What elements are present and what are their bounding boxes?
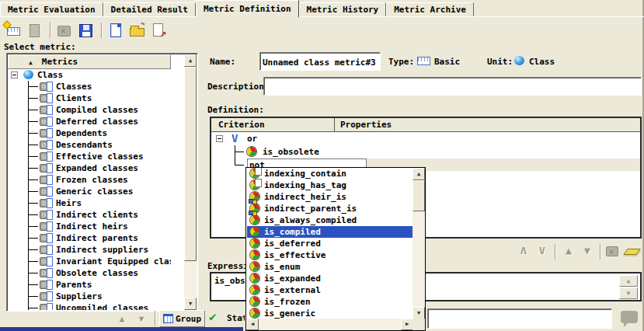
tree-connector — [28, 256, 38, 267]
tree-connector — [28, 279, 38, 291]
comment-bubble-icon — [621, 311, 638, 323]
new-metric-icon[interactable] — [3, 21, 23, 40]
scroll-down-icon[interactable]: ▼ — [413, 307, 425, 319]
criterion-pie-icon — [250, 308, 260, 319]
dropdown-vertical-scrollbar[interactable]: ▲ ▼ — [413, 168, 425, 319]
description-input[interactable] — [264, 78, 641, 95]
tree-connector — [28, 92, 38, 104]
dropdown-item[interactable]: indirect_heir_is — [247, 191, 413, 203]
tree-scrollbar[interactable]: ▲ ▼ — [184, 54, 197, 310]
dropdown-item[interactable]: indexing_has_tag — [247, 179, 413, 191]
group-toggle-button[interactable]: Group — [159, 310, 205, 327]
criterion-pie-icon — [250, 274, 260, 284]
dropdown-item[interactable]: is_enum — [247, 261, 413, 273]
locked-metric-icon — [40, 280, 53, 290]
scrollbar-thumb[interactable] — [413, 180, 425, 211]
tab[interactable]: Detailed Result — [103, 2, 196, 17]
tree-item[interactable]: Effective classes — [8, 151, 171, 162]
tree-item[interactable]: Expanded classes — [8, 162, 171, 174]
tree-column-header[interactable]: ▲Metrics — [8, 54, 171, 69]
tree-root-class[interactable]: Class — [8, 69, 171, 81]
tree-connector — [28, 127, 38, 139]
tree-item[interactable]: Deferred classes — [8, 116, 171, 127]
dropdown-horizontal-scrollbar[interactable]: ◀ ▶ — [246, 319, 413, 330]
locked-metric-icon — [40, 163, 53, 173]
tree-item[interactable]: Generic classes — [8, 186, 171, 197]
tree-item[interactable]: Classes — [8, 81, 171, 92]
delete-metric-icon — [54, 21, 75, 40]
dropdown-item[interactable]: is_effective — [247, 249, 413, 261]
tree-connector — [28, 162, 38, 174]
tree-connector — [28, 302, 38, 310]
type-label: Type: — [388, 57, 414, 67]
locked-metric-icon — [40, 221, 53, 232]
tree-item[interactable]: Frozen classes — [8, 174, 171, 186]
tree-connector — [28, 116, 38, 127]
dropdown-item[interactable]: indexing_contain — [247, 168, 413, 179]
tree-connector — [28, 267, 38, 279]
scrollbar-thumb[interactable] — [184, 67, 197, 261]
tree-connector — [28, 221, 38, 232]
tree-connector — [235, 159, 244, 166]
tree-item[interactable]: Heirs — [8, 197, 171, 209]
expression-scroll-up-icon: ▲ — [619, 275, 638, 287]
tree-item[interactable]: Parents — [8, 279, 171, 291]
tree-item[interactable]: Indirect parents — [8, 232, 171, 244]
logic-and-icon: Λ — [514, 243, 533, 260]
criterion-row-or[interactable]: V or — [211, 132, 640, 145]
criterion-pie-icon — [250, 297, 260, 307]
scroll-right-icon[interactable]: ▶ — [401, 319, 413, 330]
metric-tree-panel: ▲Metrics Class Classes Clients — [6, 53, 198, 312]
expression-label: Expression: — [207, 261, 245, 271]
dropdown-item[interactable]: is_deferred — [247, 238, 413, 249]
tab[interactable]: Metric Definition — [196, 0, 299, 17]
collapse-icon[interactable] — [11, 71, 18, 78]
tree-item[interactable]: Clients — [8, 92, 171, 104]
tree-item[interactable]: Compiled classes — [8, 104, 171, 116]
tab[interactable]: Metric History — [299, 2, 387, 17]
tree-item[interactable]: Obsolete classes — [8, 267, 171, 279]
scroll-up-icon[interactable]: ▲ — [413, 168, 425, 180]
save-metric-icon[interactable] — [76, 21, 96, 40]
criterion-row-is-obsolete[interactable]: is_obsolete — [211, 145, 640, 159]
dropdown-item[interactable]: is_compiled — [247, 226, 413, 238]
tree-item[interactable]: Suppliers — [8, 291, 171, 302]
dropdown-item[interactable]: is_generic — [247, 308, 413, 319]
status-input[interactable] — [428, 309, 611, 328]
tree-item[interactable]: Invariant Equipped classes — [8, 256, 171, 267]
class-unit-icon — [23, 70, 33, 79]
locked-metric-icon — [40, 303, 53, 310]
eraser-icon[interactable] — [623, 243, 642, 260]
tree-connector — [28, 209, 38, 221]
tree-connector — [28, 197, 38, 209]
tree-item[interactable]: Indirect suppliers — [8, 244, 171, 256]
new-metric-file-icon[interactable] — [106, 21, 126, 40]
tree-items: Classes Clients Compiled classes — [8, 81, 171, 310]
dropdown-item[interactable]: is_always_compiled — [247, 214, 413, 226]
dropdown-item[interactable]: is_external — [247, 284, 413, 296]
locked-metric-icon — [40, 105, 53, 115]
tree-item[interactable]: Descendants — [8, 139, 171, 151]
scroll-up-icon[interactable]: ▲ — [184, 54, 197, 67]
export-metric-icon[interactable] — [149, 21, 169, 40]
dropdown-item[interactable]: is_frozen — [247, 296, 413, 308]
tree-item[interactable]: Indirect clients — [8, 209, 171, 221]
scroll-left-icon[interactable]: ◀ — [246, 319, 259, 330]
tab[interactable]: Metric Archive — [386, 2, 474, 17]
collapse-icon[interactable] — [216, 135, 223, 142]
dropdown-item[interactable]: is_expanded — [247, 273, 413, 284]
tree-item[interactable]: Uncompiled classes — [8, 302, 171, 310]
scroll-down-icon[interactable]: ▼ — [184, 298, 197, 310]
properties-column-header[interactable]: Properties — [340, 120, 392, 130]
criterion-column-header[interactable]: Criterion — [218, 120, 265, 130]
tree-item[interactable]: Dependents — [8, 127, 171, 139]
criterion-pie-icon — [250, 250, 260, 260]
tab[interactable]: Metric Evaluation — [0, 2, 103, 17]
open-metric-file-icon[interactable] — [127, 21, 148, 40]
metric-name-input[interactable] — [260, 53, 380, 70]
basic-type-icon — [417, 56, 433, 67]
dropdown-item[interactable]: indirect_parent_is — [247, 203, 413, 214]
duplicate-metric-icon — [25, 21, 45, 40]
tree-item[interactable]: Indirect heirs — [8, 221, 171, 232]
move-metric-down-button: ▼ — [133, 312, 150, 327]
